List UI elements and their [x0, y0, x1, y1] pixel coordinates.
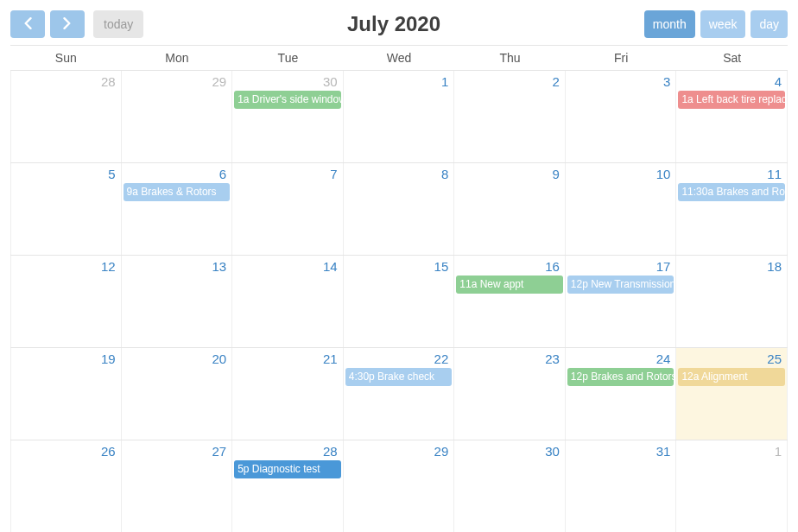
calendar-event[interactable]: 11a New appt: [456, 276, 563, 294]
calendar-day[interactable]: 41a Left back tire replacement: [676, 71, 788, 162]
calendar-event[interactable]: 1a Left back tire replacement: [678, 91, 785, 109]
day-of-week-label: Fri: [566, 46, 677, 71]
day-of-week-label: Sat: [676, 46, 788, 71]
calendar-day[interactable]: 31: [566, 440, 677, 532]
calendar-day[interactable]: 12: [10, 256, 122, 347]
day-number: 21: [232, 348, 343, 366]
day-number: 15: [344, 256, 454, 274]
calendar-day[interactable]: 1: [344, 71, 455, 162]
calendar-day[interactable]: 27: [122, 440, 233, 532]
calendar-day[interactable]: 2412p Brakes and Rotors: [566, 348, 677, 440]
calendar-day[interactable]: 19: [10, 348, 122, 440]
day-number: 28: [11, 71, 121, 89]
calendar-title: July 2020: [143, 12, 644, 36]
calendar-event[interactable]: 5p Diagnostic test: [234, 460, 341, 478]
calendar-day[interactable]: 3: [566, 71, 677, 162]
calendar-day[interactable]: 21: [232, 348, 344, 440]
chevron-right-icon: [63, 17, 72, 32]
calendar-day[interactable]: 8: [344, 163, 455, 255]
day-number: 31: [566, 440, 676, 459]
calendar-event[interactable]: 12p Brakes and Rotors: [567, 368, 674, 386]
calendar-event[interactable]: 9a Brakes & Rotors: [124, 183, 231, 201]
calendar-event[interactable]: 11:30a Brakes and Rotors: [678, 183, 785, 201]
day-number: 14: [232, 256, 343, 274]
day-number: 11: [676, 163, 787, 181]
calendar-day[interactable]: 7: [232, 163, 344, 255]
day-of-week-label: Mon: [122, 46, 233, 71]
calendar-day[interactable]: 23: [454, 348, 566, 440]
view-month-button[interactable]: month: [644, 10, 695, 38]
day-number: 9: [454, 163, 565, 181]
day-number: 3: [566, 71, 676, 89]
calendar-week: 192021224:30p Brake check232412p Brakes …: [10, 348, 788, 440]
day-of-week-label: Wed: [344, 46, 455, 71]
day-number: 2: [454, 71, 565, 89]
calendar-day[interactable]: 29: [344, 440, 455, 532]
calendar-day[interactable]: 29: [122, 71, 233, 162]
day-number: 23: [454, 348, 565, 366]
day-number: 24: [566, 348, 676, 366]
calendar-day[interactable]: 20: [122, 348, 233, 440]
day-number: 4: [676, 71, 787, 89]
calendar-week: 2829301a Driver's side window12341a Left…: [10, 71, 788, 163]
day-number: 30: [232, 71, 343, 89]
calendar-day[interactable]: 1: [676, 440, 788, 532]
day-number: 5: [11, 163, 121, 181]
calendar-day[interactable]: 30: [454, 440, 566, 532]
day-number: 8: [344, 163, 454, 181]
day-number: 17: [566, 256, 676, 274]
toolbar-left: today: [10, 10, 143, 38]
calendar-day[interactable]: 2: [454, 71, 566, 162]
day-number: 29: [122, 71, 232, 89]
day-number: 30: [454, 440, 565, 459]
day-number: 10: [566, 163, 676, 181]
calendar-day[interactable]: 2512a Alignment: [676, 348, 788, 440]
calendar-day[interactable]: 301a Driver's side window: [232, 71, 344, 162]
calendar-day[interactable]: 13: [122, 256, 233, 347]
calendar-day[interactable]: 5: [10, 163, 122, 255]
calendar-day[interactable]: 18: [676, 256, 788, 347]
calendar-day[interactable]: 1111:30a Brakes and Rotors: [676, 163, 788, 255]
today-button[interactable]: today: [93, 10, 143, 38]
calendar-day[interactable]: 26: [10, 440, 122, 532]
day-number: 18: [676, 256, 787, 274]
calendar-day[interactable]: 69a Brakes & Rotors: [122, 163, 233, 255]
day-number: 20: [122, 348, 232, 366]
calendar-event[interactable]: 12a Alignment: [678, 368, 785, 386]
calendar-event[interactable]: 12p New Transmission: [567, 276, 674, 294]
calendar-week: 2627285p Diagnostic test2930311: [10, 440, 788, 532]
calendar-week: 569a Brakes & Rotors789101111:30a Brakes…: [10, 163, 788, 256]
view-day-button[interactable]: day: [750, 10, 788, 38]
calendar-grid: 2829301a Driver's side window12341a Left…: [10, 71, 788, 532]
day-number: 26: [11, 440, 121, 459]
chevron-left-icon: [23, 17, 32, 32]
calendar-day[interactable]: 9: [454, 163, 566, 255]
day-number: 13: [122, 256, 232, 274]
calendar-day[interactable]: 10: [566, 163, 677, 255]
calendar-day[interactable]: 1712p New Transmission: [566, 256, 677, 347]
calendar-event[interactable]: 1a Driver's side window: [234, 91, 341, 109]
calendar-day[interactable]: 285p Diagnostic test: [232, 440, 344, 532]
day-number: 7: [232, 163, 343, 181]
calendar-day[interactable]: 1611a New appt: [454, 256, 566, 347]
calendar: SunMonTueWedThuFriSat 2829301a Driver's …: [10, 45, 788, 532]
calendar-day[interactable]: 14: [232, 256, 344, 347]
day-of-week-label: Sun: [10, 46, 122, 71]
calendar-week: 121314151611a New appt1712p New Transmis…: [10, 256, 788, 348]
day-of-week-header: SunMonTueWedThuFriSat: [10, 46, 788, 71]
day-of-week-label: Tue: [232, 46, 344, 71]
calendar-day[interactable]: 15: [344, 256, 455, 347]
day-of-week-label: Thu: [454, 46, 566, 71]
calendar-day[interactable]: 224:30p Brake check: [344, 348, 455, 440]
view-week-button[interactable]: week: [700, 10, 746, 38]
day-number: 1: [344, 71, 454, 89]
calendar-day[interactable]: 28: [10, 71, 122, 162]
toolbar-right: month week day: [644, 10, 788, 38]
prev-button[interactable]: [10, 10, 45, 38]
day-number: 16: [454, 256, 565, 274]
day-number: 22: [344, 348, 454, 366]
day-number: 19: [11, 348, 121, 366]
next-button[interactable]: [50, 10, 85, 38]
day-number: 12: [11, 256, 121, 274]
calendar-event[interactable]: 4:30p Brake check: [345, 368, 453, 386]
